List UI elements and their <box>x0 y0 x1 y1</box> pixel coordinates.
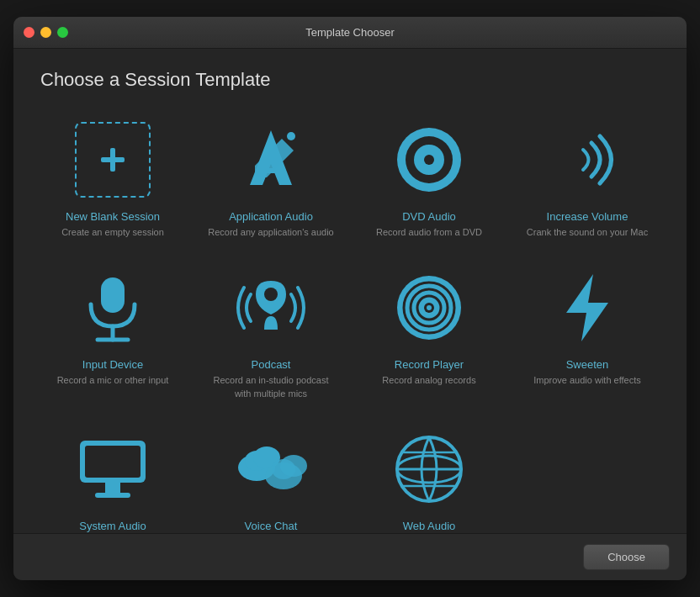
template-desc: Crank the sound on your Mac <box>527 226 648 239</box>
template-voice-chat[interactable]: Voice Chat Record VoIP apps like Skype <box>199 420 343 533</box>
dvd-icon <box>392 123 466 197</box>
web-audio-icon-wrap <box>387 427 471 511</box>
template-increase-volume[interactable]: Increase Volume Crank the sound on your … <box>515 111 660 246</box>
page-title: Choose a Session Template <box>40 69 660 91</box>
app-audio-icon-wrap <box>229 118 313 202</box>
svg-rect-22 <box>105 483 120 494</box>
svg-rect-23 <box>95 493 130 498</box>
choose-button[interactable]: Choose <box>583 544 670 570</box>
svg-rect-21 <box>85 446 141 478</box>
window-controls <box>24 27 68 38</box>
svg-point-4 <box>287 132 295 140</box>
template-desc: Record analog records <box>382 374 475 387</box>
template-input-device[interactable]: Input Device Record a mic or other input <box>40 259 185 407</box>
svg-rect-9 <box>101 277 125 313</box>
svg-point-8 <box>424 155 434 165</box>
footer: Choose <box>13 533 687 580</box>
microphone-icon <box>79 271 146 345</box>
template-web-audio[interactable]: Web Audio Record from a web browser <box>357 420 501 533</box>
template-desc: Record a mic or other input <box>57 374 169 387</box>
voice-chat-icon-wrap <box>229 427 313 511</box>
globe-icon <box>392 432 466 506</box>
svg-point-29 <box>280 455 307 477</box>
template-name: Record Player <box>395 358 464 371</box>
template-application-audio[interactable]: Application Audio Record any application… <box>199 111 343 246</box>
volume-icon <box>554 126 621 193</box>
mic-icon-wrap <box>71 266 155 350</box>
maximize-button[interactable] <box>57 27 68 38</box>
template-name: Application Audio <box>229 210 313 223</box>
template-desc: Record any application's audio <box>208 226 333 239</box>
blank-session-icon-wrap <box>71 118 155 202</box>
sweeten-icon-wrap <box>545 266 629 350</box>
window-title: Template Chooser <box>305 26 395 39</box>
template-sweeten[interactable]: Sweeten Improve audio with effects <box>515 259 660 407</box>
template-name: Voice Chat <box>245 520 298 532</box>
podcast-icon <box>234 271 308 345</box>
template-podcast[interactable]: Podcast Record an in-studio podcast with… <box>199 259 343 407</box>
podcast-icon-wrap <box>229 266 313 350</box>
lightning-icon <box>558 271 617 345</box>
plus-icon <box>96 143 130 177</box>
svg-rect-1 <box>101 157 125 162</box>
record-player-icon <box>392 271 466 345</box>
volume-icon-wrap <box>545 118 629 202</box>
template-system-audio[interactable]: System Audio Record all sound on your Ma… <box>40 420 185 533</box>
system-audio-icon-wrap <box>71 427 155 511</box>
template-name: New Blank Session <box>66 210 160 223</box>
templates-grid: New Blank Session Create an empty sessio… <box>40 111 660 533</box>
template-name: Web Audio <box>403 520 456 532</box>
template-record-player[interactable]: Record Player Record analog records <box>357 259 501 407</box>
template-desc: Record an in-studio podcast with multipl… <box>205 374 337 400</box>
template-name: Increase Volume <box>547 210 628 223</box>
template-name: System Audio <box>79 520 146 532</box>
content-area: Choose a Session Template New Blank Sess… <box>13 49 687 533</box>
template-desc: Improve audio with effects <box>533 374 641 387</box>
cloud-icon <box>233 436 309 503</box>
close-button[interactable] <box>24 27 34 38</box>
minimize-button[interactable] <box>40 27 51 38</box>
template-name: DVD Audio <box>402 210 456 223</box>
svg-point-18 <box>427 305 432 310</box>
template-desc: Create an empty session <box>61 226 164 239</box>
template-name: Sweeten <box>566 358 609 371</box>
template-new-blank-session[interactable]: New Blank Session Create an empty sessio… <box>40 111 185 246</box>
dashed-box-icon <box>75 122 151 198</box>
main-window: Template Chooser Choose a Session Templa… <box>13 17 687 580</box>
monitor-icon <box>75 432 151 506</box>
svg-marker-19 <box>566 274 608 341</box>
titlebar: Template Chooser <box>13 17 687 49</box>
record-player-icon-wrap <box>387 266 471 350</box>
template-name: Input Device <box>82 358 143 371</box>
dvd-icon-wrap <box>387 118 471 202</box>
template-dvd-audio[interactable]: DVD Audio Record audio from a DVD <box>357 111 501 246</box>
template-name: Podcast <box>252 358 291 371</box>
template-desc: Record audio from a DVD <box>376 226 482 239</box>
app-audio-icon <box>233 122 309 198</box>
svg-point-12 <box>264 288 278 301</box>
